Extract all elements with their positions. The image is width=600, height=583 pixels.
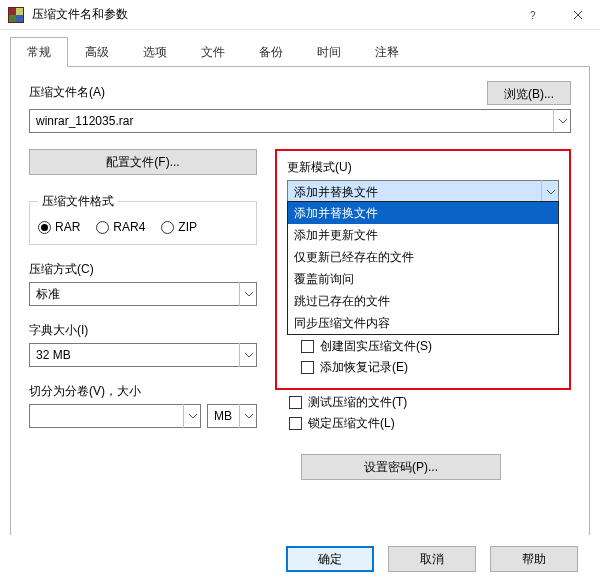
radio-zip[interactable]: ZIP <box>161 220 197 234</box>
window-title: 压缩文件名和参数 <box>32 6 128 23</box>
radio-rar4[interactable]: RAR4 <box>96 220 145 234</box>
dict-select[interactable] <box>29 343 257 367</box>
cancel-button[interactable]: 取消 <box>388 546 476 572</box>
dropdown-item[interactable]: 跳过已存在的文件 <box>288 290 558 312</box>
update-mode-group: 更新模式(U) 添加并替换文件 添加并更新文件 仅更新已经存在的文件 覆盖前询问… <box>275 149 571 390</box>
method-label: 压缩方式(C) <box>29 261 257 278</box>
profiles-button[interactable]: 配置文件(F)... <box>29 149 257 175</box>
svg-text:?: ? <box>530 10 536 20</box>
set-password-button[interactable]: 设置密码(P)... <box>301 454 501 480</box>
help-button[interactable]: ? <box>510 0 555 30</box>
format-group: 压缩文件格式 RAR RAR4 ZIP <box>29 193 257 245</box>
radio-rar[interactable]: RAR <box>38 220 80 234</box>
tabstrip: 常规 高级 选项 文件 备份 时间 注释 <box>0 30 600 66</box>
close-button[interactable] <box>555 0 600 30</box>
split-label: 切分为分卷(V)，大小 <box>29 383 257 400</box>
tab-advanced[interactable]: 高级 <box>68 37 126 67</box>
tab-backup[interactable]: 备份 <box>242 37 300 67</box>
split-size-input[interactable] <box>29 404 201 428</box>
dropdown-item[interactable]: 仅更新已经存在的文件 <box>288 246 558 268</box>
help-button[interactable]: 帮助 <box>490 546 578 572</box>
update-mode-dropdown[interactable]: 添加并替换文件 添加并更新文件 仅更新已经存在的文件 覆盖前询问 跳过已存在的文… <box>287 201 559 335</box>
archive-name-label: 压缩文件名(A) <box>29 84 475 101</box>
titlebar: 压缩文件名和参数 ? <box>0 0 600 30</box>
tab-panel: 压缩文件名(A) 浏览(B)... 配置文件(F)... 压缩文件格式 RAR … <box>10 66 590 542</box>
dropdown-item[interactable]: 添加并替换文件 <box>288 202 558 224</box>
dropdown-item[interactable]: 添加并更新文件 <box>288 224 558 246</box>
archive-name-input[interactable] <box>29 109 571 133</box>
check-solid[interactable]: 创建固实压缩文件(S) <box>287 338 559 355</box>
tab-files[interactable]: 文件 <box>184 37 242 67</box>
dict-label: 字典大小(I) <box>29 322 257 339</box>
check-recovery[interactable]: 添加恢复记录(E) <box>287 359 559 376</box>
method-select[interactable] <box>29 282 257 306</box>
dropdown-item[interactable]: 覆盖前询问 <box>288 268 558 290</box>
tab-comment[interactable]: 注释 <box>358 37 416 67</box>
split-unit-select[interactable] <box>207 404 257 428</box>
app-icon <box>8 7 24 23</box>
tab-options[interactable]: 选项 <box>126 37 184 67</box>
browse-button[interactable]: 浏览(B)... <box>487 81 571 105</box>
tab-general[interactable]: 常规 <box>10 37 68 67</box>
format-group-label: 压缩文件格式 <box>38 193 118 210</box>
check-lock[interactable]: 锁定压缩文件(L) <box>275 415 571 432</box>
minimize-button[interactable] <box>465 0 510 30</box>
dialog-buttons: 确定 取消 帮助 <box>0 535 600 583</box>
update-mode-label: 更新模式(U) <box>287 159 559 176</box>
dropdown-item[interactable]: 同步压缩文件内容 <box>288 312 558 334</box>
check-test[interactable]: 测试压缩的文件(T) <box>275 394 571 411</box>
tab-time[interactable]: 时间 <box>300 37 358 67</box>
ok-button[interactable]: 确定 <box>286 546 374 572</box>
